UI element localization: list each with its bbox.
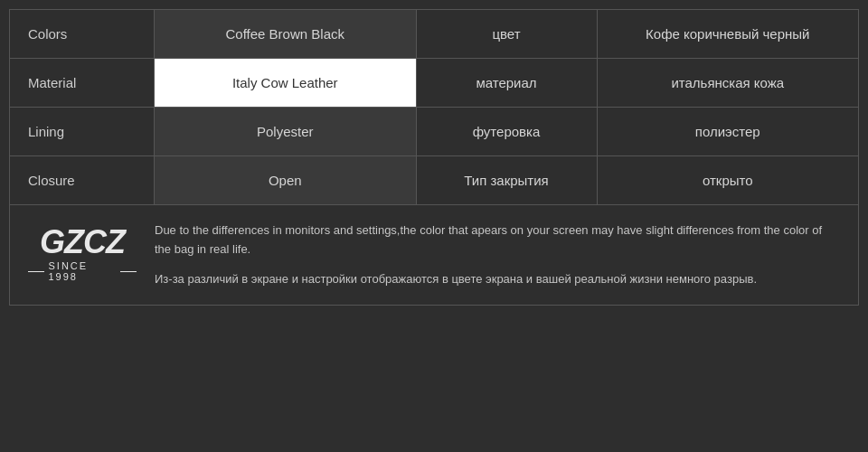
ru-value-lining: полиэстер xyxy=(598,108,859,155)
value-lining-en: Polyester xyxy=(155,108,417,155)
value-material-en: Italy Cow Leather xyxy=(155,59,417,107)
main-container: Colors Coffee Brown Black цвет Кофе кори… xyxy=(0,0,868,452)
ru-label-colors: цвет xyxy=(417,10,598,58)
footer-text-area: Due to the differences in monitors and s… xyxy=(155,221,840,288)
logo-since: SINCE 1998 xyxy=(28,260,137,282)
table-row: Material Italy Cow Leather материал итал… xyxy=(10,59,858,108)
table-row: Closure Open Тип закрытия открыто xyxy=(10,156,858,205)
specs-table: Colors Coffee Brown Black цвет Кофе кори… xyxy=(9,9,859,306)
label-material: Material xyxy=(10,59,155,107)
label-lining: Lining xyxy=(10,108,155,155)
value-colors-en: Coffee Brown Black xyxy=(155,10,417,58)
ru-value-material: итальянская кожа xyxy=(598,59,859,107)
ru-label-closure: Тип закрытия xyxy=(417,156,598,204)
logo-text: GZCZ xyxy=(40,226,125,259)
footer-text-en: Due to the differences in monitors and s… xyxy=(155,221,840,259)
logo-line-left xyxy=(28,271,44,272)
brand-logo: GZCZ SINCE 1998 xyxy=(28,221,137,282)
footer-row: GZCZ SINCE 1998 Due to the differences i… xyxy=(10,205,858,305)
footer-text-ru: Из-за различий в экране и настройки отоб… xyxy=(155,270,840,289)
label-closure: Closure xyxy=(10,156,155,204)
ru-value-colors: Кофе коричневый черный xyxy=(598,10,859,58)
label-colors: Colors xyxy=(10,10,155,58)
ru-value-closure: открыто xyxy=(598,156,859,204)
ru-label-material: материал xyxy=(417,59,598,107)
value-closure-en: Open xyxy=(155,156,417,204)
logo-line-right xyxy=(120,271,137,272)
ru-label-lining: футеровка xyxy=(417,108,598,155)
table-row: Colors Coffee Brown Black цвет Кофе кори… xyxy=(10,10,858,59)
table-row: Lining Polyester футеровка полиэстер xyxy=(10,108,858,156)
